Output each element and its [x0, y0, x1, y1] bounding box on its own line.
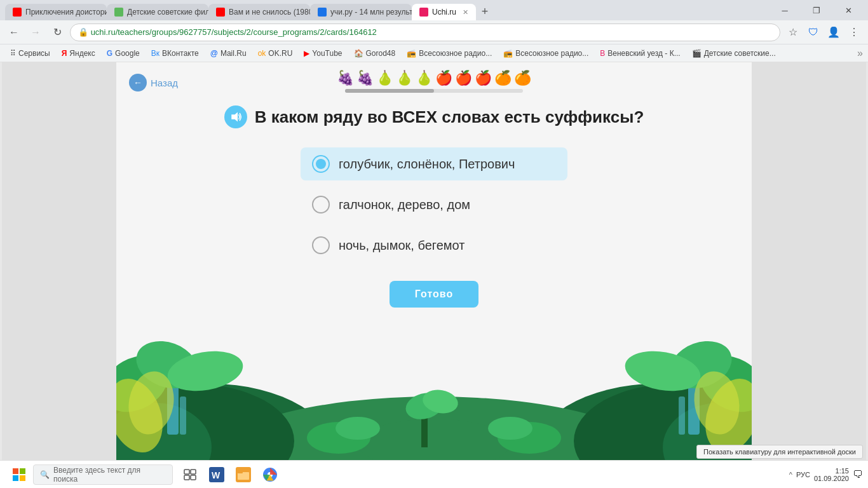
taskbar-chrome[interactable] — [258, 463, 282, 487]
bookmark-gorod48[interactable]: 🏠 Gorod48 — [349, 48, 401, 59]
bookmark-label-vk: ВКонтакте — [162, 49, 199, 58]
vk-icon: Вк — [151, 49, 159, 58]
date-label: 01.09.2020 — [814, 475, 849, 482]
bookmark-vk[interactable]: Вк ВКонтакте — [146, 48, 204, 59]
forward-nav-button[interactable]: → — [27, 24, 44, 41]
bookmarks-more[interactable]: » — [857, 48, 863, 59]
tab-favicon-5 — [419, 8, 428, 17]
svg-point-9 — [116, 384, 294, 460]
minimize-button[interactable]: ─ — [770, 0, 799, 20]
svg-marker-5 — [231, 112, 238, 122]
menu-button[interactable]: ⋮ — [845, 24, 863, 41]
taskbar-clock: 1:15 01.09.2020 — [814, 467, 849, 482]
close-button[interactable]: ✕ — [834, 0, 863, 20]
svg-point-23 — [663, 333, 738, 396]
svg-rect-11 — [167, 384, 179, 435]
svg-point-8 — [212, 396, 656, 460]
bookmarks-bar: ⠿ Сервисы Я Яндекс G Google Вк ВКонтакте… — [0, 44, 868, 62]
tab-label-4: учи.ру - 14 млн результатов... — [330, 8, 412, 17]
fruit-6: 🍎 — [435, 70, 452, 86]
bookmark-label-google: Google — [115, 49, 140, 58]
svg-rect-1 — [114, 8, 123, 17]
google-icon: G — [107, 49, 112, 58]
option-1[interactable]: голубчик, слонёнок, Петрович — [301, 147, 567, 180]
back-page-button[interactable]: ← Назад — [129, 74, 178, 92]
notification-icon[interactable]: 🗨 — [853, 469, 863, 480]
option-label-1: голубчик, слонёнок, Петрович — [339, 157, 515, 172]
bookmark-okru[interactable]: ok OK.RU — [253, 48, 298, 59]
address-lock-icon: 🔒 — [78, 27, 88, 37]
tab-close-5[interactable]: ✕ — [463, 8, 468, 17]
svg-rect-36 — [20, 468, 25, 474]
tab-favicon-2 — [114, 8, 123, 17]
gorod48-icon: 🏠 — [354, 49, 363, 58]
bookmark-services[interactable]: ⠿ Сервисы — [5, 48, 55, 59]
tab-3[interactable]: Вам и не снилось (1980) ◀ ✕ — [208, 4, 310, 20]
bookmark-google[interactable]: G Google — [102, 48, 145, 59]
back-arrow-icon: ← — [129, 74, 147, 92]
tab-2[interactable]: Детские советские фильмы (С... ✕ — [107, 4, 208, 20]
back-nav-button[interactable]: ← — [5, 24, 23, 41]
taskbar-word[interactable]: W — [205, 463, 229, 487]
fruit-8: 🍎 — [475, 70, 492, 86]
word-icon: W — [209, 467, 224, 482]
explorer-icon — [236, 467, 251, 482]
tab-favicon-1 — [13, 8, 22, 17]
address-bar[interactable]: 🔒 uchi.ru/teachers/groups/9627757/subjec… — [70, 24, 780, 41]
tab-label-3: Вам и не снилось (1980) ◀ — [229, 8, 310, 17]
bookmark-label-children: Детские советские... — [704, 49, 776, 58]
question-section: В каком ряду во ВСЕХ словах есть суффикс… — [116, 93, 752, 135]
bookmark-label-radio1: Всесоюзное радио... — [419, 49, 492, 58]
radio-circle-3 — [312, 236, 330, 254]
bookmark-radio1[interactable]: 📻 Всесоюзное радио... — [402, 48, 497, 59]
search-icon: 🔍 — [40, 470, 50, 479]
maximize-button[interactable]: ❐ — [802, 0, 831, 20]
tab-1[interactable]: Приключения доисторическ... ✕ — [5, 4, 107, 20]
tab-4[interactable]: учи.ру - 14 млн результатов... ✕ — [310, 4, 412, 20]
page-wrapper: ← Назад 🍇 🍇 🍐 🍐 🍐 🍎 🍎 🍎 🍊 🍊 — [116, 62, 752, 460]
title-bar-controls: ─ ❐ ✕ — [770, 0, 863, 20]
svg-rect-35 — [13, 468, 18, 474]
new-tab-button[interactable]: + — [476, 3, 494, 20]
nav-icons: ☆ 🛡 👤 ⋮ — [784, 24, 863, 41]
bookmark-label-youtube: YouTube — [312, 49, 342, 58]
taskbar-taskview[interactable] — [178, 463, 202, 487]
taskbar-explorer[interactable] — [231, 463, 255, 487]
fruit-7: 🍎 — [455, 70, 472, 86]
svg-rect-42 — [191, 475, 196, 480]
svg-rect-12 — [180, 396, 186, 435]
svg-point-32 — [336, 417, 380, 440]
youtube-icon: ▶ — [304, 49, 309, 58]
tab-5[interactable]: Uchi.ru ✕ — [412, 4, 476, 20]
svg-rect-37 — [13, 475, 18, 481]
tab-label-1: Приключения доисторическ... — [25, 8, 107, 17]
svg-point-31 — [307, 422, 370, 454]
bookmark-yandex[interactable]: Я Яндекс — [57, 48, 100, 59]
reload-button[interactable]: ↻ — [48, 24, 66, 41]
bookmark-youtube[interactable]: ▶ YouTube — [299, 48, 347, 59]
bookmark-radio2[interactable]: 📻 Всесоюзное радио... — [498, 48, 593, 59]
svg-rect-38 — [20, 475, 25, 481]
bookmark-star-button[interactable]: ☆ — [784, 24, 802, 41]
option-2[interactable]: галчонок, дерево, дом — [301, 188, 567, 221]
bookmark-mailru[interactable]: @ Mail.Ru — [205, 48, 252, 59]
taskbar-search[interactable]: 🔍 Введите здесь текст для поиска — [33, 464, 173, 485]
grid-icon: ⠿ — [10, 49, 16, 58]
bookmark-label-radio2: Всесоюзное радио... — [515, 49, 588, 58]
bookmark-label-okru: OK.RU — [268, 49, 292, 58]
start-button[interactable] — [5, 461, 33, 489]
svg-point-14 — [130, 333, 205, 396]
svg-point-26 — [689, 368, 744, 438]
svg-point-27 — [358, 419, 510, 460]
browser-frame: Приключения доисторическ... ✕ Детские со… — [0, 0, 868, 488]
sound-button[interactable] — [224, 105, 247, 128]
account-button[interactable]: 👤 — [825, 24, 843, 41]
options-area: голубчик, слонёнок, Петрович галчонок, д… — [116, 147, 752, 262]
bookmark-children[interactable]: 🎬 Детские советские... — [687, 48, 781, 59]
extensions-button[interactable]: 🛡 — [804, 24, 822, 41]
progress-area: 🍇 🍇 🍐 🍐 🍐 🍎 🍎 🍎 🍊 🍊 — [116, 62, 752, 93]
submit-button[interactable]: Готово — [390, 281, 478, 308]
option-3[interactable]: ночь, дымок, бегемот — [301, 229, 567, 262]
svg-point-10 — [116, 403, 212, 460]
bookmark-venev[interactable]: B Веневский уезд - К... — [595, 48, 685, 59]
